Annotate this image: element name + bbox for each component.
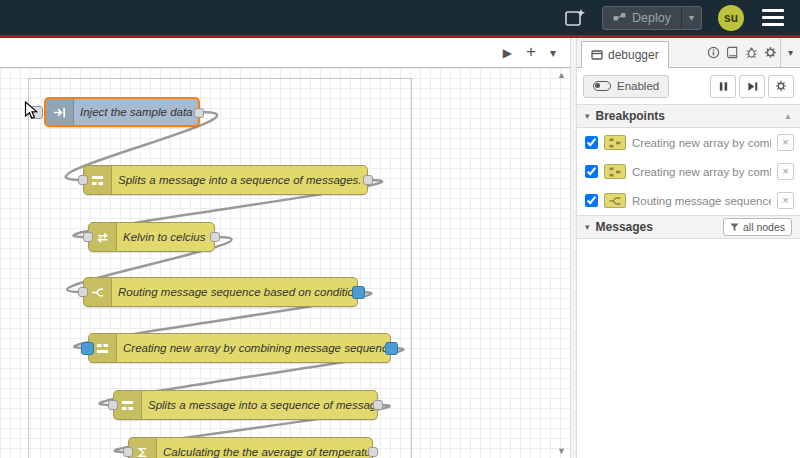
output-port[interactable] (194, 108, 204, 118)
input-port[interactable] (78, 287, 88, 297)
breakpoint-label: Creating new array by combining message … (632, 137, 771, 149)
sidebar-menu-caret[interactable]: ▾ (780, 38, 800, 67)
flow-node-split[interactable]: Splits a message into a sequence of mess… (83, 165, 368, 195)
list-scroll-up-icon[interactable]: ▲ (784, 112, 792, 121)
breakpoint-label: Routing message sequence based on condit… (632, 195, 771, 207)
deploy-icon (613, 12, 626, 24)
sidebar: debugger ▾ (577, 38, 800, 458)
change-icon (89, 223, 117, 251)
messages-title: Messages (596, 220, 653, 234)
sidebar-splitter[interactable] (570, 38, 577, 458)
step-button[interactable] (739, 75, 765, 98)
flow-tabbar: ▶ + ▾ (0, 38, 570, 68)
sidebar-tabbar: debugger ▾ (577, 38, 800, 68)
node-label: Splits a message into a sequence of mess… (112, 174, 367, 186)
breakpoint-label: Creating new array by combining message … (632, 166, 771, 178)
split-icon (84, 166, 112, 194)
messages-section-header[interactable]: ▾ Messages all nodes (577, 215, 800, 239)
breakpoint-input-port[interactable] (81, 342, 94, 355)
chevron-down-icon: ▾ (585, 222, 590, 232)
add-flow-button[interactable]: + (526, 43, 536, 60)
message-filter-button[interactable]: all nodes (723, 218, 792, 236)
user-avatar[interactable]: su (718, 5, 744, 31)
switch-node-mini-icon (604, 193, 626, 208)
help-book-icon[interactable] (723, 38, 742, 67)
pause-button[interactable] (710, 75, 736, 98)
node-red-app: Deploy ▾ su ▶ + ▾ (0, 0, 800, 458)
tab-debugger-label: debugger (608, 48, 659, 62)
breakpoint-output-port[interactable] (352, 286, 365, 299)
debugger-toolbar: Enabled (577, 68, 800, 104)
breakpoint-output-port[interactable] (385, 342, 398, 355)
output-port[interactable] (368, 447, 378, 457)
enabled-toggle-button[interactable]: Enabled (583, 75, 669, 98)
debug-bug-icon[interactable] (742, 38, 761, 67)
breakpoint-row[interactable]: Creating new array by combining message … (577, 157, 800, 186)
input-port[interactable] (123, 447, 133, 457)
output-port[interactable] (210, 232, 220, 242)
config-gear-icon[interactable] (761, 38, 780, 67)
breakpoint-row[interactable]: Routing message sequence based on condit… (577, 186, 800, 215)
join-node-mini-icon (604, 164, 626, 179)
breakpoint-checkbox[interactable] (585, 194, 598, 207)
flow-node-change[interactable]: Kelvin to celcius (88, 222, 215, 252)
tab-debugger[interactable]: debugger (581, 41, 669, 68)
mouse-cursor (24, 101, 39, 124)
tab-scroll-icon[interactable]: ▶ (503, 47, 512, 59)
flow-node-inject[interactable]: Inject the sample data (44, 97, 200, 127)
node-label: Routing message sequence based on condit… (112, 286, 357, 298)
input-port[interactable] (108, 400, 118, 410)
enabled-label: Enabled (617, 80, 659, 92)
flow-node-split[interactable]: Splits a message into a sequence of mess… (113, 390, 378, 420)
node-label: Creating new array by combining message … (117, 342, 390, 354)
flow-list-icon[interactable]: ▾ (550, 47, 556, 59)
input-port[interactable] (83, 232, 93, 242)
remove-breakpoint-button[interactable]: × (777, 134, 794, 151)
inject-icon (46, 99, 74, 125)
app-header: Deploy ▾ su (0, 0, 800, 35)
remove-breakpoint-button[interactable]: × (777, 192, 794, 209)
breakpoint-checkbox[interactable] (585, 136, 598, 149)
remove-breakpoint-button[interactable]: × (777, 163, 794, 180)
split-icon (114, 391, 142, 419)
function-icon (129, 438, 157, 458)
node-label: Calculating the the average of temperatu… (157, 446, 372, 458)
workspace: ▶ + ▾ (0, 38, 570, 458)
switch-icon (84, 278, 112, 306)
chevron-down-icon: ▾ (585, 111, 590, 121)
messages-empty-area (577, 239, 800, 458)
debugger-controls (710, 75, 794, 98)
flow-canvas[interactable]: Inject the sample data Splits a message … (0, 68, 570, 458)
breakpoints-title: Breakpoints (596, 109, 665, 123)
debugger-tab-icon (591, 49, 603, 61)
assistant-icon[interactable] (564, 8, 586, 28)
deploy-label: Deploy (632, 11, 671, 25)
flow-node-switch[interactable]: Routing message sequence based on condit… (83, 277, 358, 307)
sidebar-tab-icons: ▾ (704, 38, 800, 67)
message-filter-label: all nodes (743, 221, 785, 233)
canvas-scroll-down-icon[interactable]: ▼ (557, 446, 566, 456)
funnel-icon (730, 223, 739, 232)
flow-node-average[interactable]: Calculating the the average of temperatu… (128, 437, 373, 458)
breakpoints-section-header[interactable]: ▾ Breakpoints ▲ (577, 104, 800, 128)
output-port[interactable] (373, 400, 383, 410)
flow-node-join[interactable]: Creating new array by combining message … (88, 333, 391, 363)
debugger-settings-gear-icon[interactable] (768, 75, 794, 98)
deploy-button[interactable]: Deploy ▾ (602, 6, 702, 30)
main-area: ▶ + ▾ (0, 38, 800, 458)
breakpoint-checkbox[interactable] (585, 165, 598, 178)
node-label: Kelvin to celcius (117, 231, 214, 243)
info-icon[interactable] (704, 38, 723, 67)
breakpoint-row[interactable]: Creating new array by combining message … (577, 128, 800, 157)
node-label: Inject the sample data (74, 106, 198, 118)
output-port[interactable] (363, 175, 373, 185)
main-menu-icon[interactable] (760, 7, 786, 28)
toggle-icon (593, 81, 611, 91)
deploy-options-caret[interactable]: ▾ (681, 7, 701, 29)
join-node-mini-icon (604, 135, 626, 150)
canvas-scroll-up-icon[interactable]: ▲ (557, 70, 566, 80)
input-port[interactable] (78, 175, 88, 185)
node-label: Splits a message into a sequence of mess… (142, 399, 377, 411)
